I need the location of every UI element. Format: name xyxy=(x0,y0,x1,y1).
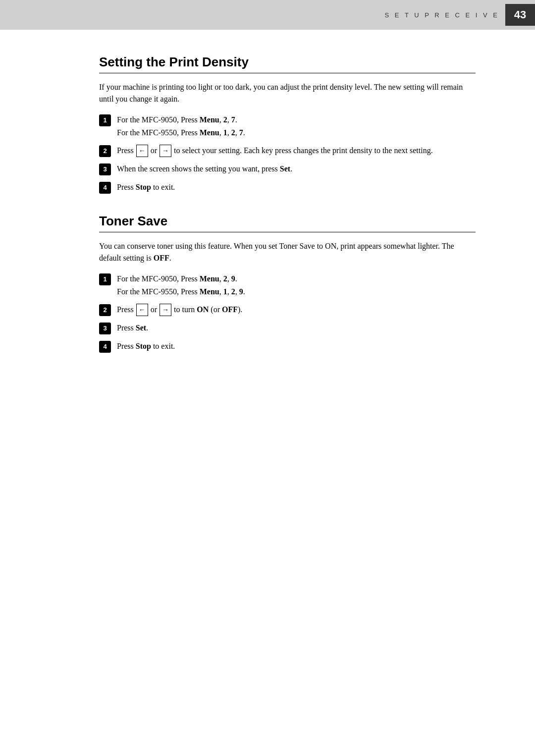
step-1-subline: For the MFC-9550, Press Menu, 1, 2, 7. xyxy=(117,127,476,139)
toner-step-3-content: Press Set. xyxy=(117,322,476,334)
section-print-density-steps: 1 For the MFC-9050, Press Menu, 2, 7. Fo… xyxy=(99,114,476,194)
toner-left-arrow-key: ← xyxy=(136,304,148,316)
section-toner-save-intro: You can conserve toner using this featur… xyxy=(99,240,476,264)
right-arrow-key: → xyxy=(160,145,171,157)
page: S E T U P R E C E I V E 43 Setting the P… xyxy=(0,0,535,756)
toner-step-number-1: 1 xyxy=(99,273,111,285)
toner-step-4-content: Press Stop to exit. xyxy=(117,340,476,352)
page-header: S E T U P R E C E I V E 43 xyxy=(0,0,535,30)
toner-step-1-content: For the MFC-9050, Press Menu, 2, 9. For … xyxy=(117,273,476,298)
toner-step-number-3: 3 xyxy=(99,323,111,334)
toner-right-arrow-key: → xyxy=(160,304,171,316)
step-4-content: Press Stop to exit. xyxy=(117,181,476,193)
toner-step-1-line1: For the MFC-9050, Press Menu, 2, 9. xyxy=(117,274,237,283)
toner-step-number-4: 4 xyxy=(99,341,111,353)
section-print-density-title: Setting the Print Density xyxy=(99,54,476,73)
toner-step-1: 1 For the MFC-9050, Press Menu, 2, 9. Fo… xyxy=(99,273,476,298)
step-2-content: Press ← or → to select your setting. Eac… xyxy=(117,145,476,157)
section-toner-save: Toner Save You can conserve toner using … xyxy=(99,214,476,353)
step-4: 4 Press Stop to exit. xyxy=(99,181,476,194)
toner-step-3: 3 Press Set. xyxy=(99,322,476,334)
section-toner-save-title: Toner Save xyxy=(99,214,476,232)
step-3-content: When the screen shows the setting you wa… xyxy=(117,163,476,175)
step-1-line1: For the MFC-9050, Press Menu, 2, 7. xyxy=(117,115,237,124)
toner-step-4: 4 Press Stop to exit. xyxy=(99,340,476,353)
toner-step-number-2: 2 xyxy=(99,304,111,316)
toner-step-2-content: Press ← or → to turn ON (or OFF). xyxy=(117,304,476,316)
page-number: 43 xyxy=(505,4,535,26)
section-print-density-intro: If your machine is printing too light or… xyxy=(99,81,476,105)
step-3: 3 When the screen shows the setting you … xyxy=(99,163,476,175)
page-content: Setting the Print Density If your machin… xyxy=(0,30,535,397)
step-2: 2 Press ← or → to select your setting. E… xyxy=(99,145,476,157)
left-arrow-key: ← xyxy=(136,145,148,157)
step-number-3: 3 xyxy=(99,163,111,175)
step-number-4: 4 xyxy=(99,182,111,194)
section-label: S E T U P R E C E I V E xyxy=(385,11,499,19)
toner-step-1-subline: For the MFC-9550, Press Menu, 1, 2, 9. xyxy=(117,286,476,298)
section-print-density: Setting the Print Density If your machin… xyxy=(99,54,476,194)
step-1-content: For the MFC-9050, Press Menu, 2, 7. For … xyxy=(117,114,476,139)
step-number-2: 2 xyxy=(99,145,111,157)
toner-step-2: 2 Press ← or → to turn ON (or OFF). xyxy=(99,304,476,316)
step-1: 1 For the MFC-9050, Press Menu, 2, 7. Fo… xyxy=(99,114,476,139)
step-number-1: 1 xyxy=(99,114,111,126)
section-toner-save-steps: 1 For the MFC-9050, Press Menu, 2, 9. Fo… xyxy=(99,273,476,353)
